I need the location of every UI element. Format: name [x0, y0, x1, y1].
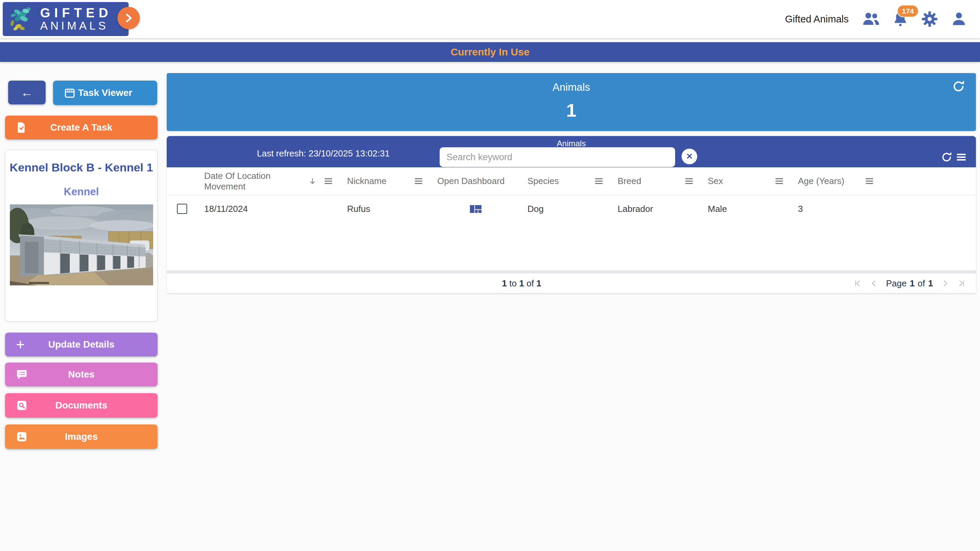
column-label: Breed	[617, 176, 641, 186]
last-page-icon	[958, 279, 966, 287]
column-label: Age (Years)	[798, 176, 844, 186]
image-icon	[16, 431, 27, 443]
column-menu-icon[interactable]	[865, 178, 873, 184]
cell-date: 18/11/2024	[197, 195, 340, 222]
summary-of-word: of	[527, 278, 534, 288]
first-page-button[interactable]	[853, 279, 862, 287]
document-search-icon	[16, 400, 27, 411]
kennel-card-subtitle: Kennel	[5, 186, 157, 198]
column-header-breed[interactable]: Breed	[611, 167, 701, 195]
notes-label: Notes	[68, 369, 95, 380]
column-header-nickname[interactable]: Nickname	[340, 167, 430, 195]
documents-button[interactable]: Documents	[5, 393, 158, 418]
summary-to: 1	[519, 278, 524, 288]
close-icon: ✕	[686, 152, 693, 161]
column-header-species[interactable]: Species	[520, 167, 611, 195]
table-row: 18/11/2024 Rufus Dog Labrador Male 3	[167, 195, 976, 222]
sidebar-expand-button[interactable]	[118, 7, 140, 29]
column-label: Nickname	[347, 176, 387, 186]
chevron-right-icon	[124, 12, 134, 24]
cell-nickname: Rufus	[340, 195, 430, 222]
grid-refresh-button[interactable]	[940, 151, 953, 163]
summary-total: 1	[536, 278, 541, 288]
animals-summary-panel: Animals 1	[167, 73, 976, 131]
chevron-right-icon	[941, 279, 950, 287]
notifications-bell-icon[interactable]: 174	[891, 10, 909, 28]
page-number: 1	[910, 278, 914, 289]
column-label: Date Of Location Movement	[204, 171, 304, 192]
cell-breed: Labrador	[611, 195, 701, 222]
panel-refresh-button[interactable]	[951, 79, 966, 95]
open-dashboard-icon[interactable]	[470, 205, 482, 213]
row-checkbox[interactable]	[177, 204, 187, 214]
update-details-button[interactable]: + Update Details	[5, 333, 158, 356]
notes-chat-icon	[16, 369, 27, 380]
column-header-open-dashboard[interactable]: Open Dashboard	[430, 167, 520, 195]
kennel-card-title: Kennel Block B - Kennel 1	[5, 161, 157, 174]
app-logo: GIFTED ANIMALS	[3, 2, 129, 36]
chevron-left-icon	[870, 279, 878, 287]
user-profile-icon[interactable]	[950, 10, 968, 28]
app-header: GIFTED ANIMALS Gifted Animals 174	[0, 0, 980, 38]
create-task-button[interactable]: Create A Task	[5, 116, 158, 140]
notes-button[interactable]: Notes	[5, 362, 158, 386]
kennel-card: Kennel Block B - Kennel 1 Kennel	[5, 150, 158, 321]
summary-from: 1	[502, 278, 507, 288]
column-menu-icon[interactable]	[685, 178, 693, 184]
hamburger-menu-icon	[957, 154, 966, 160]
pagination-bar: 1 to 1 of 1 Page 1 of 1	[167, 274, 976, 292]
calendar-icon	[64, 87, 76, 98]
column-label: Species	[527, 176, 559, 186]
animals-panel-title: Animals	[167, 81, 976, 94]
task-viewer-button[interactable]: Task Viewer	[53, 81, 157, 105]
kennel-photo	[10, 205, 153, 285]
summary-to-word: to	[509, 278, 517, 288]
column-header-date[interactable]: Date Of Location Movement	[197, 167, 340, 195]
column-label: Open Dashboard	[437, 176, 504, 186]
task-viewer-label: Task Viewer	[78, 87, 132, 98]
sort-desc-icon	[308, 176, 317, 186]
settings-gear-icon[interactable]	[921, 10, 939, 28]
refresh-icon	[951, 79, 966, 94]
page-word: Page	[886, 278, 907, 289]
back-button[interactable]: ←	[8, 81, 46, 105]
create-task-label: Create A Task	[50, 122, 113, 133]
animals-grid: Date Of Location Movement Nickname Open …	[167, 167, 976, 293]
column-menu-icon[interactable]	[325, 178, 332, 184]
grid-menu-button[interactable]	[957, 154, 966, 160]
banner-text: Currently In Use	[450, 46, 530, 58]
turtle-logo-icon	[8, 5, 35, 33]
images-button[interactable]: Images	[5, 424, 158, 449]
page-of-word: of	[918, 278, 925, 289]
animals-count: 1	[167, 100, 976, 121]
column-label: Sex	[708, 176, 723, 186]
column-menu-icon[interactable]	[775, 178, 783, 184]
header-checkbox-cell	[167, 167, 197, 195]
horizontal-scrollbar[interactable]	[167, 270, 976, 273]
previous-page-button[interactable]	[870, 279, 878, 287]
cell-sex: Male	[701, 195, 791, 222]
clear-search-button[interactable]: ✕	[682, 149, 697, 164]
last-page-button[interactable]	[958, 279, 966, 287]
people-icon[interactable]	[862, 10, 880, 28]
currently-in-use-banner: Currently In Use	[0, 42, 980, 62]
grid-title: Animals	[167, 139, 976, 148]
search-input[interactable]	[440, 147, 675, 167]
cell-species: Dog	[520, 195, 611, 222]
page-indicator: Page 1 of 1	[886, 278, 933, 289]
logo-text-line1: GIFTED	[40, 6, 112, 20]
column-menu-icon[interactable]	[595, 178, 603, 184]
column-header-age[interactable]: Age (Years)	[791, 167, 881, 195]
documents-label: Documents	[56, 400, 107, 411]
refresh-icon	[940, 151, 953, 163]
next-page-button[interactable]	[941, 279, 950, 287]
task-document-icon	[16, 121, 27, 134]
page-total: 1	[928, 278, 933, 289]
images-label: Images	[65, 431, 98, 442]
notification-count-badge: 174	[897, 5, 919, 17]
column-menu-icon[interactable]	[415, 178, 422, 184]
row-summary: 1 to 1 of 1	[502, 278, 541, 289]
grid-header-row: Date Of Location Movement Nickname Open …	[167, 167, 976, 195]
grid-toolbar: Animals Last refresh: 23/10/2025 13:02:3…	[167, 136, 976, 167]
column-header-sex[interactable]: Sex	[701, 167, 791, 195]
